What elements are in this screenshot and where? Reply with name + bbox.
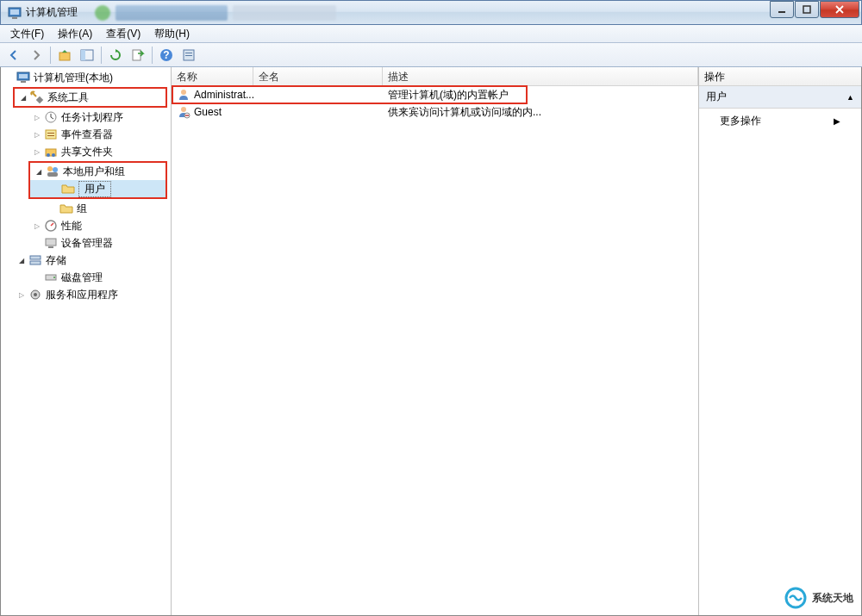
expand-toggle-icon[interactable] <box>32 112 42 122</box>
svg-rect-4 <box>803 6 810 13</box>
tree-panel[interactable]: 计算机管理(本地) 系统工具 任务计划程序 事件查看器 共享文件夹 <box>1 67 172 615</box>
tree-task-scheduler-label: 任务计划程序 <box>61 110 123 125</box>
tree-root[interactable]: 计算机管理(本地) <box>1 69 171 86</box>
toolbar: ? <box>0 43 862 67</box>
svg-rect-2 <box>12 17 17 19</box>
actions-more-label: 更多操作 <box>720 114 761 128</box>
expand-toggle-icon[interactable] <box>34 166 44 177</box>
svg-rect-12 <box>185 53 192 53</box>
menu-file[interactable]: 文件(F) <box>3 25 51 43</box>
svg-point-36 <box>34 293 37 296</box>
tree-users[interactable]: 用户 <box>30 180 166 197</box>
svg-rect-3 <box>778 11 785 13</box>
menu-help[interactable]: 帮助(H) <box>147 25 197 43</box>
tree-services-apps[interactable]: 服务和应用程序 <box>1 286 171 303</box>
folder-icon <box>59 202 73 215</box>
window-title: 计算机管理 <box>26 5 78 20</box>
expand-toggle-icon[interactable] <box>32 129 42 140</box>
minimize-button[interactable] <box>770 1 794 18</box>
expand-toggle-icon[interactable] <box>16 255 27 265</box>
tree-event-viewer-label: 事件查看器 <box>61 128 113 142</box>
actions-header: 操作 <box>699 67 861 86</box>
titlebar-blur-region <box>95 4 336 22</box>
list-panel: 名称 全名 描述 Administrat... 管理计算机(域)的内置帐户 Gu… <box>172 67 699 615</box>
storage-icon <box>28 253 42 267</box>
expand-toggle-icon[interactable] <box>16 289 27 300</box>
tree-local-users-groups[interactable]: 本地用户和组 <box>30 163 166 180</box>
app-icon <box>8 6 22 20</box>
list-body[interactable]: Administrat... 管理计算机(域)的内置帐户 Guest 供来宾访问… <box>172 86 698 615</box>
tree-device-manager[interactable]: 设备管理器 <box>1 234 171 252</box>
tools-icon <box>30 90 44 104</box>
tree-services-apps-label: 服务和应用程序 <box>46 288 118 302</box>
tree-root-label: 计算机管理(本地) <box>34 71 113 85</box>
svg-point-23 <box>47 153 50 157</box>
window-controls <box>769 1 859 18</box>
svg-point-25 <box>47 166 53 171</box>
help-button[interactable]: ? <box>156 45 177 65</box>
tree-storage-label: 存储 <box>46 253 66 268</box>
svg-rect-15 <box>19 74 28 78</box>
show-hide-tree-button[interactable] <box>77 45 97 65</box>
svg-rect-27 <box>47 172 58 177</box>
svg-point-37 <box>181 90 186 95</box>
svg-rect-7 <box>81 50 85 60</box>
tree-storage[interactable]: 存储 <box>1 252 171 269</box>
cell-description: 供来宾访问计算机或访问域的内... <box>383 105 698 120</box>
close-button[interactable] <box>820 1 859 18</box>
tree-event-viewer[interactable]: 事件查看器 <box>1 126 171 143</box>
column-fullname[interactable]: 全名 <box>253 67 383 85</box>
event-icon <box>44 128 58 141</box>
svg-rect-29 <box>46 239 56 246</box>
svg-text:?: ? <box>163 49 169 61</box>
menu-action[interactable]: 操作(A) <box>51 25 99 43</box>
up-button[interactable] <box>54 45 75 65</box>
tree-performance-label: 性能 <box>61 219 82 233</box>
titlebar: 计算机管理 <box>0 0 862 25</box>
device-icon <box>44 236 58 250</box>
cell-name: Guest <box>194 106 222 118</box>
expand-toggle-icon[interactable] <box>18 92 28 103</box>
collapse-icon: ▲ <box>846 93 854 102</box>
menu-view[interactable]: 查看(V) <box>99 25 147 43</box>
tree-users-label: 用户 <box>78 181 111 197</box>
tree-disk-management[interactable]: 磁盘管理 <box>1 269 171 286</box>
column-description[interactable]: 描述 <box>383 67 698 85</box>
back-button[interactable] <box>3 45 24 65</box>
svg-rect-13 <box>185 55 192 56</box>
svg-rect-20 <box>47 133 54 134</box>
main-area: 计算机管理(本地) 系统工具 任务计划程序 事件查看器 共享文件夹 <box>0 67 862 616</box>
expand-toggle-icon[interactable] <box>32 221 42 231</box>
properties-button[interactable] <box>178 45 199 65</box>
performance-icon <box>44 219 58 233</box>
tree-shared-folders-label: 共享文件夹 <box>61 145 113 159</box>
list-row[interactable]: Administrat... 管理计算机(域)的内置帐户 <box>172 86 698 103</box>
actions-section-title[interactable]: 用户 ▲ <box>699 86 861 109</box>
svg-point-38 <box>181 107 186 112</box>
svg-point-24 <box>52 153 55 157</box>
tree-task-scheduler[interactable]: 任务计划程序 <box>1 109 171 126</box>
export-button[interactable] <box>128 45 148 65</box>
column-name[interactable]: 名称 <box>172 67 253 85</box>
list-row[interactable]: Guest 供来宾访问计算机或访问域的内... <box>172 103 698 121</box>
expand-toggle-icon[interactable] <box>32 146 42 157</box>
refresh-button[interactable] <box>105 45 126 65</box>
actions-panel: 操作 用户 ▲ 更多操作 ▶ <box>699 67 861 615</box>
users-group-icon <box>46 165 59 178</box>
shared-folder-icon <box>44 145 58 159</box>
tree-shared-folders[interactable]: 共享文件夹 <box>1 143 171 160</box>
watermark-text: 系统天地 <box>812 591 853 606</box>
tree-groups-label: 组 <box>77 202 87 216</box>
maximize-button[interactable] <box>795 1 819 18</box>
actions-more[interactable]: 更多操作 ▶ <box>699 109 861 134</box>
forward-button[interactable] <box>26 45 47 65</box>
watermark: 系统天地 <box>784 587 853 609</box>
tree-groups[interactable]: 组 <box>1 200 171 217</box>
services-icon <box>28 288 42 302</box>
svg-point-34 <box>53 277 55 278</box>
tree-performance[interactable]: 性能 <box>1 217 171 234</box>
cell-description: 管理计算机(域)的内置帐户 <box>383 88 698 103</box>
svg-rect-21 <box>47 135 54 136</box>
svg-rect-16 <box>21 81 26 83</box>
tree-system-tools[interactable]: 系统工具 <box>15 89 166 106</box>
